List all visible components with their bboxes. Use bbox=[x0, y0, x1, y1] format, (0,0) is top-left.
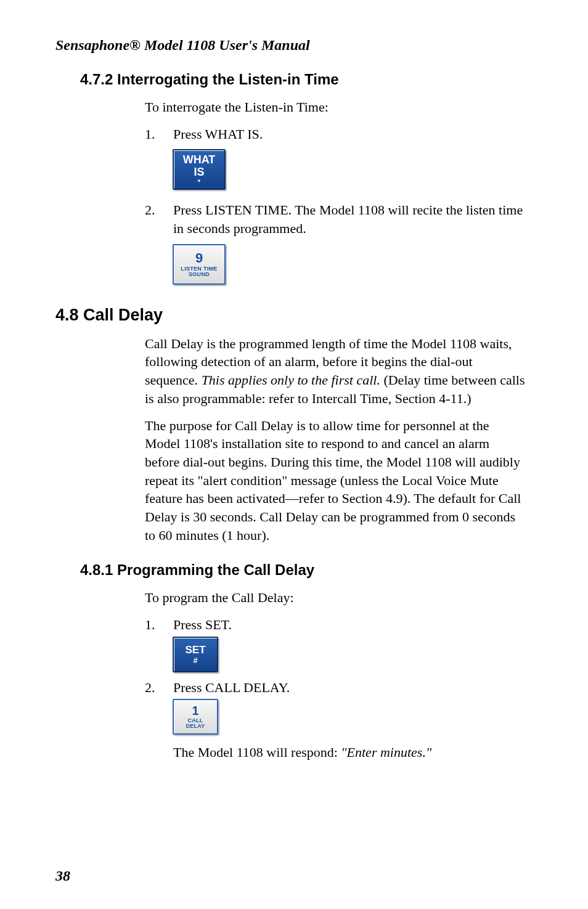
text-run: The Model 1108 will respond: bbox=[173, 744, 341, 760]
step-4-7-2-1: 1. Press WHAT IS. bbox=[145, 125, 526, 144]
page-number: 38 bbox=[55, 868, 70, 884]
key-row-9: 9 LISTEN TIME SOUND bbox=[173, 244, 533, 285]
heading-4-8: 4.8 Call Delay bbox=[55, 306, 533, 325]
key-1-call-delay: 1 CALL DELAY bbox=[173, 699, 218, 735]
key-9-listen-time: 9 LISTEN TIME SOUND bbox=[173, 244, 226, 285]
step-text: Press LISTEN TIME. The Model 1108 will r… bbox=[173, 201, 526, 237]
key-row-whatis: WHAT IS * bbox=[173, 149, 533, 190]
step-text: Press CALL DELAY. bbox=[173, 679, 526, 697]
running-header: Sensaphone® Model 1108 User's Manual bbox=[55, 37, 533, 54]
key-sub-line2: SOUND bbox=[189, 272, 210, 277]
step-4-8-1-1: 1. Press SET. bbox=[145, 616, 526, 634]
key-what-is: WHAT IS * bbox=[173, 149, 226, 190]
key-label-symbol: * bbox=[198, 179, 200, 185]
key-set: SET # bbox=[173, 637, 218, 672]
step-number: 2. bbox=[145, 201, 173, 237]
key-label-line1: SET bbox=[185, 645, 205, 655]
step-4-7-2-2: 2. Press LISTEN TIME. The Model 1108 wil… bbox=[145, 201, 526, 237]
step-number: 2. bbox=[145, 679, 173, 697]
key-label-symbol: # bbox=[193, 656, 197, 664]
step-text: Press WHAT IS. bbox=[173, 125, 526, 144]
text-run-italic: "Enter minutes." bbox=[341, 744, 431, 760]
text-run-italic: This applies only to the first call. bbox=[202, 372, 380, 388]
step-4-8-1-2: 2. Press CALL DELAY. bbox=[145, 679, 526, 697]
heading-4-8-1: 4.8.1 Programming the Call Delay bbox=[80, 561, 533, 579]
key-number: 9 bbox=[195, 251, 203, 265]
step-text: Press SET. bbox=[173, 616, 526, 634]
para-4-8-1: Call Delay is the programmed length of t… bbox=[145, 335, 526, 408]
intro-4-7-2: To interrogate the Listen-in Time: bbox=[145, 98, 526, 116]
key-row-1: 1 CALL DELAY bbox=[173, 699, 533, 735]
key-label-line1: WHAT bbox=[183, 154, 216, 165]
response-line: The Model 1108 will respond: "Enter minu… bbox=[173, 743, 526, 762]
step-number: 1. bbox=[145, 125, 173, 144]
step-number: 1. bbox=[145, 616, 173, 634]
key-sub-line2: DELAY bbox=[186, 724, 205, 729]
key-row-set: SET # bbox=[173, 637, 533, 672]
heading-4-7-2: 4.7.2 Interrogating the Listen-in Time bbox=[80, 71, 533, 88]
key-number: 1 bbox=[192, 704, 198, 717]
para-4-8-2: The purpose for Call Delay is to allow t… bbox=[145, 417, 526, 545]
intro-4-8-1: To program the Call Delay: bbox=[145, 589, 526, 607]
page: Sensaphone® Model 1108 User's Manual 4.7… bbox=[0, 0, 588, 909]
key-label-line2: IS bbox=[194, 166, 204, 177]
